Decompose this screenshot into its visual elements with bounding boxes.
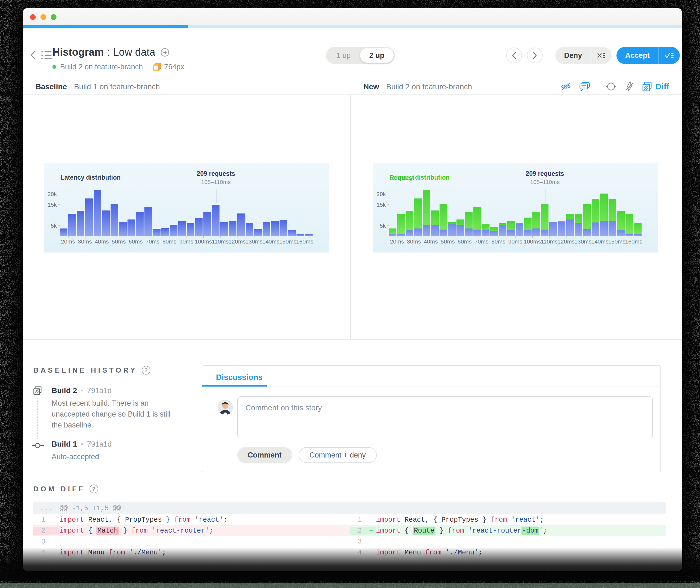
x-axis-tick-mark (448, 236, 448, 238)
toolbar-divider (598, 81, 598, 92)
y-axis-tick-mark (387, 194, 389, 194)
help-icon[interactable]: ? (142, 366, 150, 375)
lightning-off-icon[interactable] (624, 81, 635, 92)
hide-diff-eye-off-icon[interactable] (560, 81, 571, 92)
annotation-pointer-line (545, 189, 545, 202)
review-progress-bar (23, 25, 682, 28)
app-header: Histogram : Low data Build 2 on feature-… (23, 28, 682, 80)
annotation-value: 209 requests (197, 170, 235, 177)
tab-discussions[interactable]: Discussions (216, 373, 263, 382)
permalink-icon[interactable] (160, 48, 170, 57)
avatar (218, 400, 233, 415)
diff-bar (397, 214, 405, 236)
x-axis-tick-label: 50ms (441, 238, 455, 245)
hunk-gutter: ... (33, 504, 60, 512)
crosshair-icon[interactable] (605, 81, 617, 92)
x-axis-tick-mark (136, 236, 136, 238)
x-axis-tick-mark (220, 236, 221, 238)
dom-diff-code-block: ... @@ -1,5 +1,5 @@ 1import React, { Pro… (33, 502, 666, 558)
code-text: import { Route } from 'react-router-dom'… (376, 527, 547, 535)
baseline-history-title: BASELINE HISTORY (33, 366, 137, 375)
line-number: 2 (33, 527, 50, 535)
back-icon[interactable] (29, 50, 37, 61)
baseline-overlap-bar (516, 224, 523, 236)
histogram-bar (161, 228, 169, 236)
line-number: 1 (350, 516, 366, 524)
x-axis-tick-label: 140ms (262, 238, 280, 245)
new-snapshot-image-with-diff[interactable]: 5k15k20k20ms30ms40ms50ms60ms70ms80ms90ms… (373, 163, 658, 253)
x-axis-tick-mark (634, 236, 634, 238)
x-axis-tick-mark (465, 236, 465, 238)
histogram-bar (263, 222, 270, 236)
x-axis-tick-mark (549, 236, 550, 238)
y-axis-tick-label: 15k (46, 201, 57, 208)
minimize-window-button[interactable] (40, 14, 46, 20)
baseline-overlap-bar (490, 231, 498, 236)
baseline-snapshot-image[interactable]: 5k15k20k20ms30ms40ms50ms60ms70ms80ms90ms… (44, 163, 329, 253)
x-axis-tick-label: 120ms (557, 238, 575, 245)
diff-bar (625, 214, 633, 236)
build-name[interactable]: Build 1 (52, 440, 77, 449)
y-axis-tick-mark (387, 204, 389, 205)
x-axis-tick-label: 110ms (212, 238, 229, 245)
comparison-body: 5k15k20k20ms30ms40ms50ms60ms70ms80ms90ms… (23, 95, 682, 340)
x-axis-tick-label: 40ms (424, 238, 438, 245)
x-axis-tick-label: 150ms (279, 238, 296, 245)
baseline-overlap-bar (549, 222, 557, 236)
baseline-overlap-bar (532, 228, 540, 236)
x-axis-tick-label: 20ms (61, 238, 75, 245)
y-axis-tick-label: 5k (375, 222, 386, 229)
tab-bar-divider (202, 387, 660, 387)
diff-toggle-button[interactable]: Diff (642, 81, 669, 92)
histogram-bar (153, 229, 161, 236)
diff-marker: - (50, 527, 60, 534)
zoom-window-button[interactable] (51, 14, 57, 20)
x-axis-tick-label: 80ms (491, 238, 505, 245)
x-axis-tick-mark (237, 236, 238, 238)
x-axis-tick-label: 100ms (195, 238, 212, 245)
dom-diff-heading: DOM DIFF ? (33, 485, 98, 493)
layout-toggle: 1 up 2 up (326, 47, 395, 64)
toggle-option-1up[interactable]: 1 up (327, 48, 360, 63)
x-axis-tick-label: 50ms (112, 238, 126, 245)
histogram-bar (170, 225, 177, 236)
x-axis-tick-label: 140ms (591, 238, 609, 245)
comment-input[interactable] (237, 396, 653, 437)
histogram-bar (220, 222, 228, 236)
y-axis-tick-mark (58, 204, 60, 205)
commit-hash: 791a1d (87, 440, 112, 449)
x-axis-tick-mark (170, 236, 170, 238)
baseline-overlap-bar (609, 221, 616, 236)
accept-button[interactable]: Accept (616, 47, 659, 64)
accept-options-icon[interactable] (659, 47, 680, 64)
baseline-overlap-bar (541, 230, 548, 236)
histogram-bar (77, 211, 84, 236)
snapshot-list-icon[interactable] (40, 50, 52, 61)
previous-snapshot-button[interactable] (506, 47, 522, 63)
close-window-button[interactable] (30, 14, 36, 20)
deny-options-icon[interactable] (591, 47, 612, 64)
histogram-bar (212, 205, 220, 236)
comments-icon[interactable] (579, 81, 591, 92)
x-axis-tick-mark (482, 236, 482, 238)
next-snapshot-button[interactable] (527, 47, 543, 63)
toggle-option-2up[interactable]: 2 up (360, 48, 394, 63)
baseline-overlap-bar (617, 230, 625, 236)
comment-deny-button[interactable]: Comment + deny (299, 447, 377, 463)
baseline-overlap-bar (448, 224, 456, 236)
help-icon[interactable]: ? (90, 485, 98, 493)
histogram-bar (111, 204, 118, 236)
comment-button[interactable]: Comment (237, 447, 292, 463)
code-text: import React, { PropTypes } from 'react'… (376, 516, 544, 524)
histogram-bar (203, 212, 211, 236)
line-number: 1 (33, 516, 50, 524)
x-axis-tick-label: 70ms (474, 238, 488, 245)
build-name[interactable]: Build 2 (52, 386, 77, 395)
build-description: Auto-accepted (52, 451, 112, 462)
baseline-overlap-bar (406, 230, 413, 236)
code-line: 4import Menu from './Menu'; (350, 547, 666, 558)
dom-diff-before-column: 1import React, { PropTypes } from 'react… (33, 514, 350, 558)
x-axis-tick-mark (271, 236, 271, 238)
deny-button[interactable]: Deny (555, 47, 591, 64)
x-axis-tick-mark (68, 236, 69, 238)
